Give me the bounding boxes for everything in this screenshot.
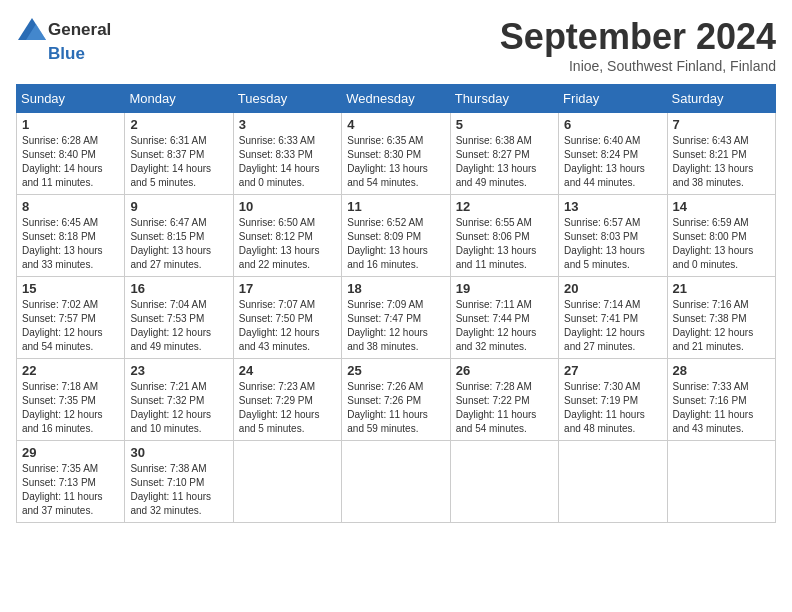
day-info: Sunrise: 7:38 AMSunset: 7:10 PMDaylight:… <box>130 462 227 518</box>
day-number: 23 <box>130 363 227 378</box>
day-info: Sunrise: 7:04 AMSunset: 7:53 PMDaylight:… <box>130 298 227 354</box>
day-number: 4 <box>347 117 444 132</box>
day-info: Sunrise: 6:55 AMSunset: 8:06 PMDaylight:… <box>456 216 553 272</box>
calendar-cell: 15Sunrise: 7:02 AMSunset: 7:57 PMDayligh… <box>17 277 125 359</box>
day-number: 1 <box>22 117 119 132</box>
day-info: Sunrise: 6:40 AMSunset: 8:24 PMDaylight:… <box>564 134 661 190</box>
day-info: Sunrise: 7:16 AMSunset: 7:38 PMDaylight:… <box>673 298 770 354</box>
day-info: Sunrise: 6:43 AMSunset: 8:21 PMDaylight:… <box>673 134 770 190</box>
day-info: Sunrise: 7:14 AMSunset: 7:41 PMDaylight:… <box>564 298 661 354</box>
calendar-cell: 16Sunrise: 7:04 AMSunset: 7:53 PMDayligh… <box>125 277 233 359</box>
day-info: Sunrise: 7:28 AMSunset: 7:22 PMDaylight:… <box>456 380 553 436</box>
calendar-cell: 4Sunrise: 6:35 AMSunset: 8:30 PMDaylight… <box>342 113 450 195</box>
calendar-cell: 30Sunrise: 7:38 AMSunset: 7:10 PMDayligh… <box>125 441 233 523</box>
day-number: 24 <box>239 363 336 378</box>
day-number: 27 <box>564 363 661 378</box>
day-number: 19 <box>456 281 553 296</box>
day-info: Sunrise: 6:35 AMSunset: 8:30 PMDaylight:… <box>347 134 444 190</box>
calendar-cell: 17Sunrise: 7:07 AMSunset: 7:50 PMDayligh… <box>233 277 341 359</box>
day-info: Sunrise: 6:38 AMSunset: 8:27 PMDaylight:… <box>456 134 553 190</box>
day-number: 3 <box>239 117 336 132</box>
day-number: 11 <box>347 199 444 214</box>
day-number: 28 <box>673 363 770 378</box>
calendar-cell: 29Sunrise: 7:35 AMSunset: 7:13 PMDayligh… <box>17 441 125 523</box>
day-info: Sunrise: 6:57 AMSunset: 8:03 PMDaylight:… <box>564 216 661 272</box>
day-number: 9 <box>130 199 227 214</box>
weekday-header-thursday: Thursday <box>450 85 558 113</box>
calendar-cell: 3Sunrise: 6:33 AMSunset: 8:33 PMDaylight… <box>233 113 341 195</box>
day-number: 26 <box>456 363 553 378</box>
day-info: Sunrise: 6:52 AMSunset: 8:09 PMDaylight:… <box>347 216 444 272</box>
day-info: Sunrise: 7:21 AMSunset: 7:32 PMDaylight:… <box>130 380 227 436</box>
day-number: 15 <box>22 281 119 296</box>
day-number: 25 <box>347 363 444 378</box>
location: Inioe, Southwest Finland, Finland <box>500 58 776 74</box>
day-number: 22 <box>22 363 119 378</box>
calendar-cell: 27Sunrise: 7:30 AMSunset: 7:19 PMDayligh… <box>559 359 667 441</box>
calendar-cell: 26Sunrise: 7:28 AMSunset: 7:22 PMDayligh… <box>450 359 558 441</box>
day-number: 21 <box>673 281 770 296</box>
day-info: Sunrise: 7:02 AMSunset: 7:57 PMDaylight:… <box>22 298 119 354</box>
day-info: Sunrise: 7:35 AMSunset: 7:13 PMDaylight:… <box>22 462 119 518</box>
calendar-cell: 13Sunrise: 6:57 AMSunset: 8:03 PMDayligh… <box>559 195 667 277</box>
weekday-header-monday: Monday <box>125 85 233 113</box>
calendar-cell: 20Sunrise: 7:14 AMSunset: 7:41 PMDayligh… <box>559 277 667 359</box>
calendar-cell: 6Sunrise: 6:40 AMSunset: 8:24 PMDaylight… <box>559 113 667 195</box>
day-number: 5 <box>456 117 553 132</box>
month-title: September 2024 <box>500 16 776 58</box>
day-info: Sunrise: 7:18 AMSunset: 7:35 PMDaylight:… <box>22 380 119 436</box>
header: General Blue September 2024 Inioe, South… <box>16 16 776 74</box>
weekday-header-sunday: Sunday <box>17 85 125 113</box>
day-info: Sunrise: 7:09 AMSunset: 7:47 PMDaylight:… <box>347 298 444 354</box>
calendar-cell: 11Sunrise: 6:52 AMSunset: 8:09 PMDayligh… <box>342 195 450 277</box>
calendar-cell: 25Sunrise: 7:26 AMSunset: 7:26 PMDayligh… <box>342 359 450 441</box>
day-info: Sunrise: 7:23 AMSunset: 7:29 PMDaylight:… <box>239 380 336 436</box>
day-number: 8 <box>22 199 119 214</box>
day-info: Sunrise: 6:47 AMSunset: 8:15 PMDaylight:… <box>130 216 227 272</box>
logo-icon <box>16 16 48 44</box>
day-number: 16 <box>130 281 227 296</box>
logo-general: General <box>48 20 111 40</box>
day-number: 12 <box>456 199 553 214</box>
day-info: Sunrise: 7:30 AMSunset: 7:19 PMDaylight:… <box>564 380 661 436</box>
calendar-cell: 10Sunrise: 6:50 AMSunset: 8:12 PMDayligh… <box>233 195 341 277</box>
calendar-cell <box>342 441 450 523</box>
day-number: 20 <box>564 281 661 296</box>
day-number: 17 <box>239 281 336 296</box>
day-number: 14 <box>673 199 770 214</box>
day-number: 18 <box>347 281 444 296</box>
day-info: Sunrise: 7:07 AMSunset: 7:50 PMDaylight:… <box>239 298 336 354</box>
logo: General Blue <box>16 16 111 64</box>
calendar-cell: 2Sunrise: 6:31 AMSunset: 8:37 PMDaylight… <box>125 113 233 195</box>
day-info: Sunrise: 6:28 AMSunset: 8:40 PMDaylight:… <box>22 134 119 190</box>
day-number: 29 <box>22 445 119 460</box>
logo-blue: Blue <box>48 44 85 64</box>
day-number: 13 <box>564 199 661 214</box>
calendar-cell <box>667 441 775 523</box>
calendar-cell: 21Sunrise: 7:16 AMSunset: 7:38 PMDayligh… <box>667 277 775 359</box>
day-info: Sunrise: 7:11 AMSunset: 7:44 PMDaylight:… <box>456 298 553 354</box>
title-area: September 2024 Inioe, Southwest Finland,… <box>500 16 776 74</box>
day-number: 7 <box>673 117 770 132</box>
day-info: Sunrise: 7:33 AMSunset: 7:16 PMDaylight:… <box>673 380 770 436</box>
calendar-table: SundayMondayTuesdayWednesdayThursdayFrid… <box>16 84 776 523</box>
calendar-cell: 23Sunrise: 7:21 AMSunset: 7:32 PMDayligh… <box>125 359 233 441</box>
calendar-cell: 9Sunrise: 6:47 AMSunset: 8:15 PMDaylight… <box>125 195 233 277</box>
weekday-header-friday: Friday <box>559 85 667 113</box>
day-number: 10 <box>239 199 336 214</box>
day-info: Sunrise: 6:59 AMSunset: 8:00 PMDaylight:… <box>673 216 770 272</box>
calendar-cell: 22Sunrise: 7:18 AMSunset: 7:35 PMDayligh… <box>17 359 125 441</box>
weekday-header-wednesday: Wednesday <box>342 85 450 113</box>
weekday-header-saturday: Saturday <box>667 85 775 113</box>
day-info: Sunrise: 7:26 AMSunset: 7:26 PMDaylight:… <box>347 380 444 436</box>
calendar-cell <box>559 441 667 523</box>
calendar-cell <box>233 441 341 523</box>
calendar-cell: 5Sunrise: 6:38 AMSunset: 8:27 PMDaylight… <box>450 113 558 195</box>
day-info: Sunrise: 6:31 AMSunset: 8:37 PMDaylight:… <box>130 134 227 190</box>
calendar-cell: 7Sunrise: 6:43 AMSunset: 8:21 PMDaylight… <box>667 113 775 195</box>
calendar-cell: 18Sunrise: 7:09 AMSunset: 7:47 PMDayligh… <box>342 277 450 359</box>
calendar-cell: 24Sunrise: 7:23 AMSunset: 7:29 PMDayligh… <box>233 359 341 441</box>
day-info: Sunrise: 6:45 AMSunset: 8:18 PMDaylight:… <box>22 216 119 272</box>
weekday-header-tuesday: Tuesday <box>233 85 341 113</box>
calendar-cell: 8Sunrise: 6:45 AMSunset: 8:18 PMDaylight… <box>17 195 125 277</box>
